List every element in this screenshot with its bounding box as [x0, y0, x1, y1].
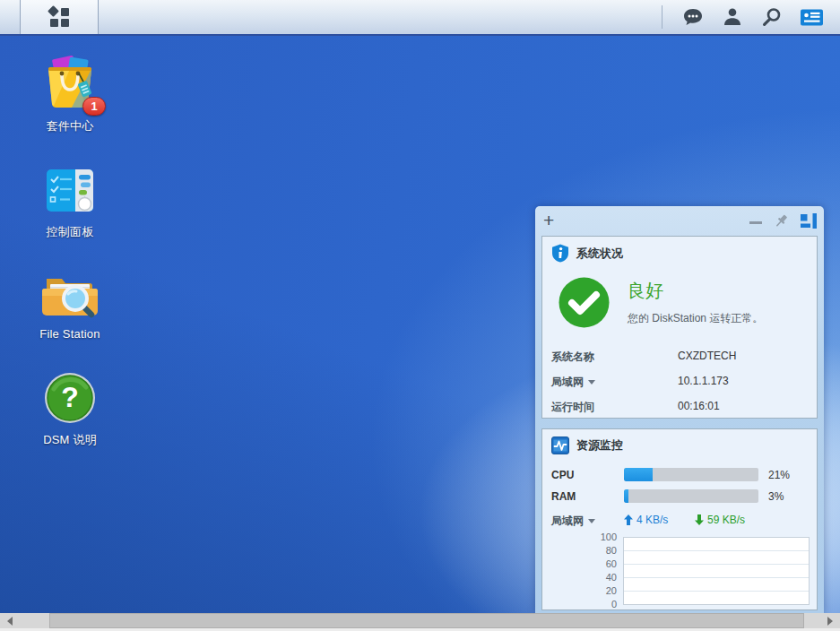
system-health-icon: [551, 244, 569, 263]
notifications-button[interactable]: [673, 0, 713, 34]
horizontal-scrollbar[interactable]: [0, 613, 840, 628]
pushpin-icon: [774, 213, 789, 229]
control-panel-icon: [41, 161, 99, 219]
cpu-label: CPU: [551, 469, 574, 481]
dock-panel-button[interactable]: [801, 213, 817, 229]
chat-bubble-icon: [682, 6, 704, 28]
ram-label: RAM: [551, 490, 576, 503]
info-row-system-name: 系统名称 CXZDTECH: [551, 346, 810, 366]
lan-dropdown[interactable]: 局域网: [551, 375, 595, 390]
dsm-desktop: 1 套件中心: [0, 0, 840, 631]
dock-right-icon: [801, 213, 817, 229]
icon-label: 控制面板: [14, 224, 126, 240]
package-center-icon: 1: [41, 56, 99, 113]
resource-monitor-icon: [551, 437, 569, 454]
cpu-bar-fill: [624, 468, 653, 481]
upload-speed: 4 KB/s: [624, 514, 668, 526]
user-options-button[interactable]: [713, 0, 752, 34]
ram-row: RAM 3%: [551, 488, 810, 506]
info-value: 00:16:01: [678, 400, 720, 412]
desktop-icon-package-center[interactable]: 1 套件中心: [14, 56, 126, 134]
topbar-icon-group: [662, 0, 831, 34]
health-description: 您的 DiskStation 运转正常。: [628, 311, 763, 326]
widget-panel: +: [535, 206, 824, 613]
notification-badge: 1: [82, 97, 106, 116]
svg-text:?: ?: [61, 381, 79, 413]
minus-icon: [749, 221, 762, 224]
scrollbar-thumb[interactable]: [49, 613, 804, 628]
ram-value: 3%: [768, 490, 784, 503]
download-speed: 59 KB/s: [695, 514, 745, 526]
scroll-left-button[interactable]: [0, 613, 20, 628]
search-button[interactable]: [752, 0, 792, 34]
cpu-bar: [624, 468, 758, 481]
add-widget-button[interactable]: +: [543, 209, 554, 232]
chart-y-axis: 100 80 60 40 20 0: [560, 531, 617, 610]
icon-label: File Station: [14, 327, 126, 341]
widget-system-health: 系统状况 良好 您的 DiskStation 运转正常。 系统名称 CXZDTE…: [541, 236, 818, 419]
search-icon: [761, 6, 783, 28]
download-arrow-icon: [695, 514, 704, 525]
widget-title: 资源监控: [576, 437, 623, 454]
pin-panel-button[interactable]: [774, 213, 789, 229]
widget-resource-monitor: 资源监控 CPU 21% RAM 3% 局域网: [541, 428, 818, 610]
info-label: 运行时间: [551, 400, 594, 415]
desktop-icon-file-station[interactable]: File Station: [14, 264, 126, 341]
dsm-help-icon: ?: [41, 369, 99, 427]
desktop-icon-control-panel[interactable]: 控制面板: [14, 161, 126, 240]
cpu-row: CPU 21%: [551, 467, 810, 485]
top-bar: [0, 0, 840, 36]
chevron-down-icon: [588, 380, 595, 385]
info-value: 10.1.1.173: [678, 375, 729, 387]
health-status: 良好: [628, 279, 663, 303]
right-arrow-icon: [827, 617, 833, 626]
pilot-view-button[interactable]: [792, 0, 831, 34]
main-menu-icon: [48, 6, 70, 28]
ram-bar-fill: [624, 489, 628, 503]
info-row-lan: 局域网 10.1.1.173: [551, 371, 810, 391]
icon-label: DSM 说明: [14, 432, 126, 448]
widget-title: 系统状况: [576, 246, 623, 262]
ram-bar: [624, 489, 758, 503]
lan-throughput-dropdown[interactable]: 局域网: [551, 514, 595, 529]
lan-row: 局域网 4 KB/s 59 KB/s: [551, 512, 810, 530]
info-label: 系统名称: [551, 350, 594, 365]
user-icon: [722, 6, 743, 28]
utilization-chart: [623, 537, 810, 605]
cpu-value: 21%: [768, 469, 790, 481]
health-ok-icon: [559, 277, 610, 332]
minimize-panel-button[interactable]: [749, 218, 762, 224]
widget-panel-icon: [800, 8, 824, 27]
upload-arrow-icon: [624, 514, 633, 525]
chevron-down-icon: [588, 519, 595, 523]
topbar-divider: [662, 5, 662, 29]
info-value: CXZDTECH: [678, 350, 736, 362]
icon-label: 套件中心: [14, 118, 126, 134]
scroll-right-button[interactable]: [820, 613, 840, 628]
left-arrow-icon: [7, 617, 13, 626]
widget-panel-header: +: [535, 206, 824, 236]
main-menu-button[interactable]: [20, 0, 99, 34]
info-row-uptime: 运行时间 00:16:01: [551, 396, 810, 416]
desktop-icon-dsm-help[interactable]: ? DSM 说明: [14, 369, 126, 448]
file-station-icon: [41, 264, 99, 322]
